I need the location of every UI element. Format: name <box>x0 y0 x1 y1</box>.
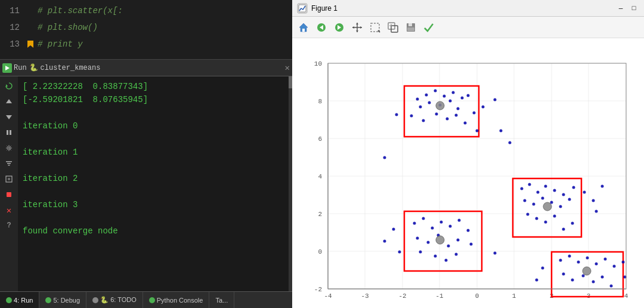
output-iteration-0: iteration 0 <box>23 119 287 133</box>
close-x-icon: ✕ <box>7 205 11 215</box>
pause-icon <box>5 129 13 136</box>
svg-marker-27 <box>352 26 354 29</box>
bookmark-icon-12 <box>26 23 35 32</box>
settings-icon <box>5 144 13 152</box>
svg-text:2: 2 <box>318 211 322 218</box>
svg-point-86 <box>422 119 425 122</box>
line-number-12: 12 <box>5 23 26 32</box>
svg-point-97 <box>422 217 425 220</box>
code-text-11: # plt.scatter(x[: <box>38 6 123 16</box>
svg-point-96 <box>413 222 416 225</box>
svg-point-75 <box>434 90 437 93</box>
code-line-11: 11 # plt.scatter(x[: <box>0 2 292 19</box>
svg-point-144 <box>604 258 607 261</box>
svg-point-91 <box>473 112 476 115</box>
console-area: ✕ ? [ 2.22322228 0.83877343] [-2.5920182… <box>0 76 292 291</box>
svg-point-122 <box>572 186 575 189</box>
svg-rect-37 <box>407 27 414 31</box>
filter-icon <box>5 160 13 167</box>
ta-tab-label: Ta... <box>215 297 228 304</box>
svg-point-134 <box>571 222 574 225</box>
save-toolbar-button[interactable] <box>403 20 419 35</box>
output-line-blank2 <box>23 133 287 146</box>
pause-button[interactable] <box>2 125 16 140</box>
close-panel-button[interactable]: ✕ <box>2 203 16 217</box>
svg-rect-10 <box>8 165 10 166</box>
svg-point-114 <box>383 240 386 243</box>
console-output: [ 2.22322228 0.83877343] [-2.59201821 8.… <box>18 76 292 291</box>
home-toolbar-button[interactable] <box>296 20 311 35</box>
output-line-blank3 <box>23 159 287 172</box>
svg-point-104 <box>427 241 430 244</box>
select-toolbar-button[interactable] <box>367 20 383 35</box>
svg-point-135 <box>583 191 586 194</box>
select-rect-icon <box>370 22 380 33</box>
debug-tab-icon <box>45 297 51 303</box>
svg-rect-36 <box>408 23 412 26</box>
figure-toolbar <box>292 17 644 38</box>
output-line-blank4 <box>23 185 287 198</box>
forward-toolbar-button[interactable] <box>332 20 347 35</box>
svg-point-100 <box>449 225 452 228</box>
restart-button[interactable] <box>2 79 16 93</box>
svg-point-127 <box>559 205 562 208</box>
settings-button[interactable] <box>2 141 16 155</box>
check-icon <box>423 22 434 33</box>
wrap-button[interactable] <box>2 172 16 186</box>
svg-point-94 <box>494 98 497 101</box>
svg-rect-18 <box>302 29 305 32</box>
svg-marker-1 <box>5 66 10 70</box>
centroid2 <box>436 236 444 244</box>
svg-point-83 <box>457 107 460 110</box>
svg-point-130 <box>535 217 538 220</box>
down-arrow-icon <box>5 113 13 121</box>
tab-run[interactable]: 4: Run <box>0 292 39 308</box>
run-bar-close-icon[interactable]: ✕ <box>285 63 290 73</box>
chart-svg: -2 0 2 4 6 8 10 -4 -3 -2 -1 0 1 2 3 4 <box>292 38 644 308</box>
svg-point-88 <box>446 118 449 121</box>
tab-ta[interactable]: Ta... <box>209 292 234 308</box>
todo-tab-label: 🐍 6: TODO <box>100 296 137 304</box>
svg-text:10: 10 <box>314 60 322 67</box>
svg-rect-29 <box>371 23 379 32</box>
minimize-button[interactable]: — <box>615 3 626 14</box>
scroll-down-button[interactable] <box>2 110 16 124</box>
help-button[interactable]: ? <box>2 218 16 233</box>
run-bar-label: Run <box>14 64 27 72</box>
stop-icon <box>5 191 13 198</box>
pan-toolbar-button[interactable] <box>349 20 365 35</box>
svg-point-82 <box>449 100 452 103</box>
tab-python-console[interactable]: Python Console <box>143 292 210 308</box>
output-line-1: [ 2.22322228 0.83877343] <box>23 80 287 93</box>
left-panel: 11 # plt.scatter(x[: 12 # plt.show() 13 … <box>0 0 292 308</box>
filter-button[interactable] <box>2 156 16 171</box>
sidebar-buttons: ✕ ? <box>0 76 18 291</box>
svg-text:4: 4 <box>624 292 628 300</box>
svg-point-84 <box>467 94 470 97</box>
tab-todo[interactable]: 🐍 6: TODO <box>86 292 143 308</box>
svg-point-154 <box>541 267 544 270</box>
svg-point-116 <box>521 187 524 190</box>
scroll-up-button[interactable] <box>2 94 16 109</box>
run-play-icon <box>4 65 10 71</box>
svg-point-77 <box>452 91 455 94</box>
line-number-11: 11 <box>5 6 26 16</box>
tab-debug[interactable]: 5: Debug <box>39 292 86 308</box>
zoom-toolbar-button[interactable] <box>385 20 401 35</box>
svg-text:-3: -3 <box>361 292 369 300</box>
code-line-12: 12 # plt.show() <box>0 19 292 36</box>
configure-toolbar-button[interactable] <box>421 20 436 35</box>
svg-point-110 <box>434 255 437 258</box>
svg-point-133 <box>562 228 565 231</box>
stop-button[interactable] <box>2 187 16 202</box>
svg-point-142 <box>586 257 589 260</box>
svg-text:0: 0 <box>318 248 322 255</box>
svg-point-103 <box>416 237 419 240</box>
back-toolbar-button[interactable] <box>314 20 329 35</box>
svg-point-95 <box>476 130 479 133</box>
maximize-button[interactable]: □ <box>628 3 639 14</box>
python-console-tab-label: Python Console <box>157 297 203 304</box>
svg-point-118 <box>537 191 540 194</box>
svg-point-101 <box>458 219 461 222</box>
wrap-icon <box>5 175 13 183</box>
